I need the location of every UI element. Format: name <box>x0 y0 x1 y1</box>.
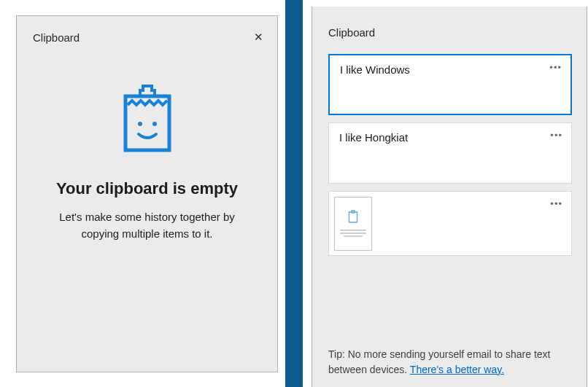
clipboard-items-list: I like Windows ••• I like Hongkiat ••• <box>328 54 572 263</box>
svg-point-1 <box>138 122 142 126</box>
svg-point-2 <box>152 122 157 126</box>
more-icon: ••• <box>549 62 562 73</box>
tip-text: Tip: No more sending yourself email to s… <box>328 347 573 377</box>
close-icon: ✕ <box>254 31 263 42</box>
more-icon: ••• <box>550 198 562 209</box>
clipboard-item-text: I like Hongkiat <box>339 131 408 144</box>
item-more-button[interactable]: ••• <box>550 130 562 140</box>
empty-heading: Your clipboard is empty <box>17 179 277 198</box>
item-more-button[interactable]: ••• <box>549 63 562 72</box>
tip-link[interactable]: There's a better way. <box>410 364 504 375</box>
more-icon: ••• <box>550 130 562 141</box>
panel-title: Clipboard <box>328 26 375 39</box>
close-button[interactable]: ✕ <box>249 28 267 45</box>
clipboard-image-thumbnail <box>334 197 372 251</box>
clipboard-item[interactable]: ••• <box>328 191 572 256</box>
clipboard-item-text: I like Windows <box>340 63 410 76</box>
clipboard-smile-icon <box>120 83 175 157</box>
clipboard-panel-surface: Clipboard ✕ <box>16 15 278 372</box>
svg-rect-3 <box>349 212 357 222</box>
vertical-divider <box>285 0 303 387</box>
panel-title: Clipboard <box>33 31 80 44</box>
empty-subtext: Let's make some history together by copy… <box>17 208 277 243</box>
clipboard-mini-icon <box>348 210 358 226</box>
clipboard-history-panel: Clipboard I like Windows ••• I like Hong… <box>303 0 588 387</box>
clipboard-item[interactable]: I like Windows ••• <box>328 54 572 115</box>
clipboard-item[interactable]: I like Hongkiat ••• <box>328 122 572 184</box>
item-more-button[interactable]: ••• <box>550 199 562 208</box>
clipboard-empty-panel: Clipboard ✕ <box>0 0 285 387</box>
empty-state: Your clipboard is empty Let's make some … <box>17 83 277 243</box>
clipboard-panel-surface: Clipboard I like Windows ••• I like Hong… <box>312 7 587 387</box>
